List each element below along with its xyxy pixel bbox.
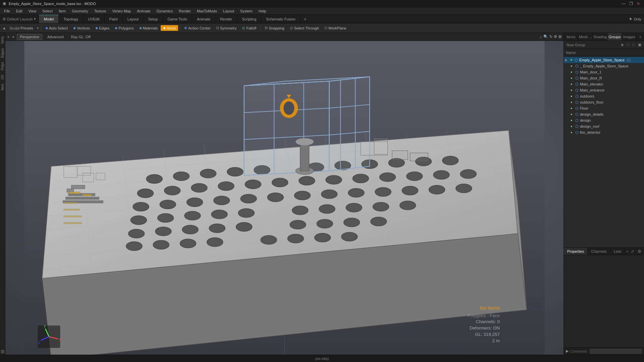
raygl-button[interactable]: Ray GL: Off bbox=[69, 34, 93, 40]
tree-item-3[interactable]: ● ⬡ Main_elevator bbox=[564, 81, 644, 87]
rb-icon-settings[interactable]: ⚙ bbox=[636, 248, 643, 254]
viewport-menu-icon[interactable]: ≡ bbox=[7, 35, 9, 39]
menu-item[interactable]: Item bbox=[56, 8, 68, 14]
menu-vertexmap[interactable]: Vertex Map bbox=[110, 8, 134, 14]
rp-tab-images[interactable]: Images bbox=[622, 33, 637, 41]
rb-tab-add[interactable]: + bbox=[625, 248, 630, 255]
maximize-button[interactable]: ❐ bbox=[628, 1, 634, 7]
rp-tab-groups[interactable]: Groups bbox=[607, 33, 622, 41]
perspective-button[interactable]: Perspective bbox=[17, 34, 42, 40]
menu-dynamics[interactable]: Dynamics bbox=[154, 8, 175, 14]
tab-uvedit[interactable]: UVEdit bbox=[83, 15, 104, 23]
rp-tab-items[interactable]: Items bbox=[564, 33, 578, 41]
tab-scripting[interactable]: Scripting bbox=[237, 15, 262, 23]
falloff-button[interactable]: ◎ Falloff bbox=[239, 25, 259, 31]
vp-home-icon[interactable]: ⌂ bbox=[540, 35, 542, 39]
tree-item-9[interactable]: ● ⬡ design bbox=[564, 117, 644, 123]
item-tree[interactable]: ▶ 👁 ⬡ Empty_Apple_Store_Space (2) ● ⬡ _ … bbox=[564, 56, 644, 247]
tab-animate[interactable]: Animate bbox=[192, 15, 215, 23]
sidebar-tab-edges[interactable]: Edges bbox=[0, 46, 5, 60]
rpt-new-group[interactable]: New Group bbox=[565, 42, 587, 48]
rb-tab-channels[interactable]: Channels bbox=[588, 248, 610, 255]
preset-dropdown-icon[interactable]: ▾ bbox=[36, 26, 39, 30]
sidebar-bottom-icon[interactable] bbox=[1, 350, 4, 353]
titlebar-controls[interactable]: — ❐ ✕ bbox=[621, 1, 641, 7]
command-input[interactable] bbox=[590, 349, 642, 354]
menu-layout[interactable]: Layout bbox=[220, 8, 237, 14]
tree-item-11[interactable]: ● ⬡ fire_detector bbox=[564, 129, 644, 135]
tree-item-10[interactable]: ● ⬡ design_roof bbox=[564, 123, 644, 129]
rb-icon-expand[interactable]: ⤢ bbox=[630, 248, 636, 254]
items-button[interactable]: ◈ Items bbox=[161, 25, 178, 31]
rp-tab-shading[interactable]: Shading bbox=[593, 33, 607, 41]
snapping-button[interactable]: ⊞ Snapping bbox=[262, 25, 287, 31]
close-button[interactable]: ✕ bbox=[635, 1, 641, 7]
viewport-expand-icon[interactable]: ◂ bbox=[12, 35, 14, 39]
menu-select[interactable]: Select bbox=[40, 8, 55, 14]
tree-item-8[interactable]: ● ⬡ design_details bbox=[564, 111, 644, 117]
layouts-dropdown-icon[interactable]: ▾ bbox=[34, 17, 36, 21]
vp-grid-icon[interactable]: ⊞ bbox=[558, 35, 561, 39]
sculpt-presets-button[interactable]: Sculpt Presets bbox=[7, 25, 36, 31]
auto-select-button[interactable]: ◈ Auto Select bbox=[43, 25, 70, 31]
advanced-button[interactable]: Advanced bbox=[45, 34, 66, 40]
materials-button[interactable]: ◈ Materials bbox=[137, 25, 160, 31]
sidebar-tab-item[interactable]: Item bbox=[0, 82, 5, 92]
expand-icon-root[interactable]: ▶ bbox=[565, 58, 569, 62]
vp-rotate-icon[interactable]: ↻ bbox=[549, 35, 552, 39]
sidebar-tab-polys[interactable]: Polys bbox=[0, 60, 5, 72]
rb-tab-lists[interactable]: Lists bbox=[610, 248, 625, 255]
menu-system[interactable]: System bbox=[237, 8, 255, 14]
viewport[interactable]: ≡ ◂ Perspective Advanced Ray GL: Off ⌂ 🔍… bbox=[5, 33, 564, 355]
tree-item-root[interactable]: ▶ 👁 ⬡ Empty_Apple_Store_Space (2) bbox=[564, 57, 644, 63]
default-layouts-label[interactable]: Default Layouts bbox=[7, 17, 33, 21]
rpt-icon-3[interactable]: □ bbox=[631, 42, 636, 48]
sidebar-tab-verts[interactable]: Verts bbox=[0, 34, 5, 46]
tab-topology[interactable]: Topology bbox=[59, 15, 83, 23]
tab-render[interactable]: Render bbox=[215, 15, 237, 23]
tree-item-4[interactable]: ● ⬡ Main_entrance bbox=[564, 87, 644, 93]
menu-edit[interactable]: Edit bbox=[13, 8, 25, 14]
tab-schematic-fusion[interactable]: Schematic Fusion bbox=[261, 15, 300, 23]
menu-view[interactable]: View bbox=[26, 8, 39, 14]
tree-item-1[interactable]: ● ⬡ Main_door_1 bbox=[564, 69, 644, 75]
sidebar-tab-uv[interactable]: UV bbox=[0, 73, 5, 81]
toolbar-separator-2 bbox=[180, 25, 180, 31]
rp-tab-add[interactable]: + bbox=[637, 33, 644, 41]
menu-help[interactable]: Help bbox=[256, 8, 269, 14]
tree-item-0[interactable]: ● ⬡ _ Empty_Apple_Store_Space bbox=[564, 63, 644, 69]
rpt-icon-1[interactable]: ◈ bbox=[620, 42, 625, 48]
edges-button[interactable]: ◈ Edges bbox=[93, 25, 112, 31]
rp-tab-mesh[interactable]: Mesh ... bbox=[578, 33, 593, 41]
menu-file[interactable]: File bbox=[1, 8, 13, 14]
menu-texture[interactable]: Texture bbox=[92, 8, 109, 14]
tab-setup[interactable]: Setup bbox=[144, 15, 163, 23]
polygons-button[interactable]: ◈ Polygons bbox=[112, 25, 136, 31]
vp-settings-icon[interactable]: ⚙ bbox=[554, 35, 557, 39]
menu-maxtomodo[interactable]: MaxToModo bbox=[194, 8, 220, 14]
toolbar-expand-icon[interactable]: ◂ bbox=[1, 25, 6, 31]
rpt-icon-4[interactable]: ▣ bbox=[637, 42, 643, 48]
tree-item-5[interactable]: ● ⬡ outdoors bbox=[564, 93, 644, 99]
vp-zoom-icon[interactable]: 🔍 bbox=[543, 35, 548, 39]
rb-tab-properties[interactable]: Properties bbox=[564, 248, 588, 255]
workplane-button[interactable]: ⊡ WorkPlane bbox=[322, 25, 349, 31]
action-center-button[interactable]: ⊕ Action Center bbox=[182, 25, 213, 31]
tree-item-2[interactable]: ● ⬡ Main_door_R bbox=[564, 75, 644, 81]
menu-animate[interactable]: Animate bbox=[134, 8, 153, 14]
tab-layout[interactable]: Layout bbox=[123, 15, 144, 23]
viewport-content[interactable]: X Y Z No Items Polygons : Face Channels:… bbox=[5, 41, 564, 355]
tab-paint[interactable]: Paint bbox=[105, 15, 123, 23]
rpt-icon-2[interactable]: □ bbox=[626, 42, 631, 48]
tree-item-6[interactable]: ● ⬡ outdoors_floor bbox=[564, 99, 644, 105]
tab-model[interactable]: Model bbox=[39, 15, 59, 23]
tab-add-button[interactable]: + bbox=[301, 15, 310, 23]
menu-geometry[interactable]: Geometry bbox=[69, 8, 91, 14]
select-through-button[interactable]: ◎ Select Through bbox=[287, 25, 321, 31]
symmetry-button[interactable]: ⊟ Symmetry bbox=[214, 25, 239, 31]
tab-gametools[interactable]: Game Tools bbox=[163, 15, 193, 23]
minimize-button[interactable]: — bbox=[621, 1, 627, 7]
tree-item-7[interactable]: ● ⬡ Floor bbox=[564, 105, 644, 111]
menu-render[interactable]: Render bbox=[176, 8, 194, 14]
vertices-button[interactable]: ◈ Vertices bbox=[71, 25, 92, 31]
